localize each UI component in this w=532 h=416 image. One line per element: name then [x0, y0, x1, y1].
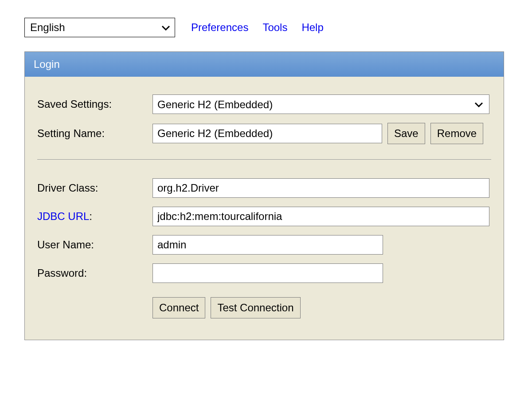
save-button[interactable]: Save	[387, 123, 425, 144]
user-name-input[interactable]	[153, 235, 383, 255]
driver-class-input[interactable]	[153, 178, 489, 198]
separator	[37, 159, 491, 160]
panel-title: Login	[25, 52, 504, 77]
login-panel: Login Saved Settings: Generic H2 (Embedd…	[24, 51, 504, 340]
user-name-label: User Name:	[35, 231, 151, 259]
remove-button[interactable]: Remove	[430, 123, 483, 144]
chevron-down-icon	[161, 21, 170, 34]
jdbc-url-input[interactable]	[153, 207, 489, 226]
driver-class-label: Driver Class:	[35, 174, 151, 202]
saved-settings-label: Saved Settings:	[35, 90, 151, 118]
jdbc-url-colon: :	[89, 210, 92, 222]
jdbc-url-link[interactable]: JDBC URL	[37, 210, 89, 222]
setting-name-input[interactable]	[153, 124, 382, 143]
tools-link[interactable]: Tools	[262, 21, 287, 34]
saved-settings-select[interactable]: Generic H2 (Embedded)	[153, 94, 489, 114]
preferences-link[interactable]: Preferences	[191, 21, 248, 34]
password-input[interactable]	[153, 263, 383, 283]
language-selected-text: English	[30, 21, 65, 34]
test-connection-button[interactable]: Test Connection	[211, 297, 300, 318]
password-label: Password:	[35, 259, 151, 287]
help-link[interactable]: Help	[301, 21, 323, 34]
setting-name-label: Setting Name:	[35, 118, 151, 149]
connect-button[interactable]: Connect	[153, 297, 205, 318]
language-select[interactable]: English	[24, 18, 175, 37]
